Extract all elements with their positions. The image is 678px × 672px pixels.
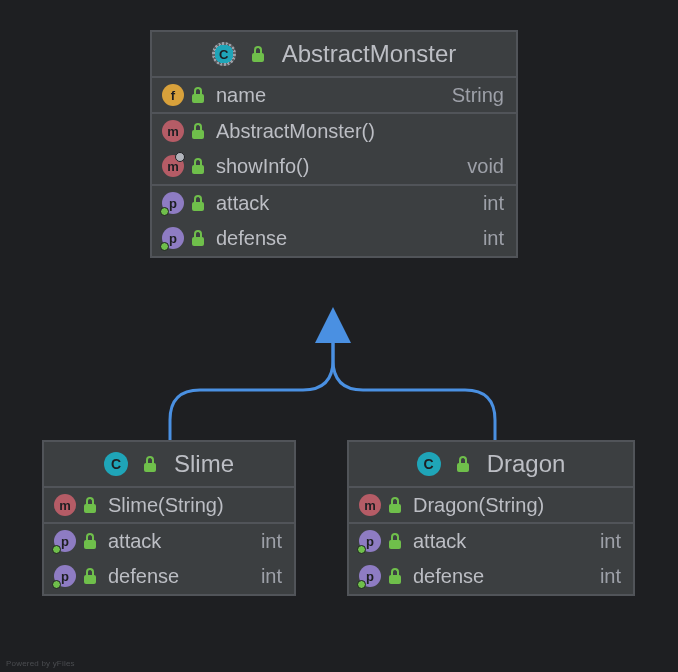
lock-icon bbox=[192, 195, 206, 211]
member-row[interactable]: p attack int bbox=[349, 522, 633, 558]
footer-credit: Powered by yFiles bbox=[6, 659, 75, 668]
member-type: int bbox=[473, 192, 504, 215]
lock-icon bbox=[84, 568, 98, 584]
class-title-row: C AbstractMonster bbox=[152, 32, 516, 76]
member-type: int bbox=[590, 565, 621, 588]
member-type: int bbox=[473, 227, 504, 250]
abstract-class-icon: C bbox=[212, 42, 236, 66]
member-row[interactable]: m Slime(String) bbox=[44, 486, 294, 522]
member-name: showInfo() bbox=[212, 155, 457, 178]
lock-icon bbox=[389, 497, 403, 513]
field-icon: f bbox=[162, 84, 184, 106]
lock-icon bbox=[192, 123, 206, 139]
method-icon: m bbox=[54, 494, 76, 516]
member-row[interactable]: f name String bbox=[152, 76, 516, 112]
property-icon: p bbox=[162, 227, 184, 249]
property-icon: p bbox=[359, 530, 381, 552]
class-title: AbstractMonster bbox=[282, 40, 457, 68]
class-slime[interactable]: C Slime m Slime(String) p attack int p d… bbox=[42, 440, 296, 596]
member-type: String bbox=[442, 84, 504, 107]
lock-icon bbox=[84, 497, 98, 513]
class-title-row: C Dragon bbox=[349, 442, 633, 486]
class-icon: C bbox=[104, 452, 128, 476]
member-type: void bbox=[457, 155, 504, 178]
member-name: AbstractMonster() bbox=[212, 120, 494, 143]
property-icon: p bbox=[359, 565, 381, 587]
class-abstractmonster[interactable]: C AbstractMonster f name String m Abstra… bbox=[150, 30, 518, 258]
lock-icon bbox=[389, 568, 403, 584]
lock-icon bbox=[252, 46, 266, 62]
member-name: attack bbox=[212, 192, 473, 215]
member-type: int bbox=[251, 530, 282, 553]
member-row[interactable]: m AbstractMonster() bbox=[152, 112, 516, 148]
member-row[interactable]: p defense int bbox=[44, 558, 294, 594]
lock-icon bbox=[192, 87, 206, 103]
class-icon: C bbox=[417, 452, 441, 476]
property-icon: p bbox=[54, 565, 76, 587]
uml-diagram-canvas: C AbstractMonster f name String m Abstra… bbox=[0, 0, 678, 672]
lock-icon bbox=[389, 533, 403, 549]
class-title: Dragon bbox=[487, 450, 566, 478]
class-title-row: C Slime bbox=[44, 442, 294, 486]
member-name: attack bbox=[104, 530, 251, 553]
member-row[interactable]: p defense int bbox=[349, 558, 633, 594]
member-name: Dragon(String) bbox=[409, 494, 621, 517]
lock-icon bbox=[457, 456, 471, 472]
member-name: name bbox=[212, 84, 442, 107]
method-icon: m bbox=[359, 494, 381, 516]
member-row[interactable]: p defense int bbox=[152, 220, 516, 256]
member-name: defense bbox=[104, 565, 251, 588]
member-row[interactable]: p attack int bbox=[44, 522, 294, 558]
member-type: int bbox=[251, 565, 282, 588]
method-override-icon: m bbox=[162, 155, 184, 177]
property-icon: p bbox=[162, 192, 184, 214]
member-name: defense bbox=[212, 227, 473, 250]
member-name: attack bbox=[409, 530, 590, 553]
lock-icon bbox=[192, 158, 206, 174]
property-icon: p bbox=[54, 530, 76, 552]
method-icon: m bbox=[162, 120, 184, 142]
member-row[interactable]: m Dragon(String) bbox=[349, 486, 633, 522]
lock-icon bbox=[144, 456, 158, 472]
member-row[interactable]: m showInfo() void bbox=[152, 148, 516, 184]
lock-icon bbox=[192, 230, 206, 246]
class-dragon[interactable]: C Dragon m Dragon(String) p attack int p… bbox=[347, 440, 635, 596]
member-name: defense bbox=[409, 565, 590, 588]
member-type: int bbox=[590, 530, 621, 553]
member-name: Slime(String) bbox=[104, 494, 282, 517]
class-title: Slime bbox=[174, 450, 234, 478]
member-row[interactable]: p attack int bbox=[152, 184, 516, 220]
lock-icon bbox=[84, 533, 98, 549]
